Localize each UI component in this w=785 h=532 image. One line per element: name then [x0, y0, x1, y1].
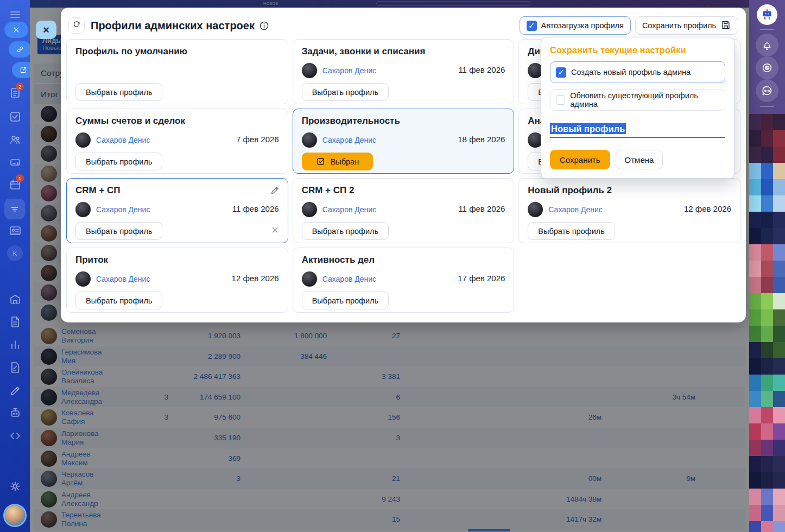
modal-close-button[interactable]: ✕: [36, 21, 56, 39]
sidebar-item-file-edit[interactable]: [8, 360, 22, 375]
mosaic-pixel: [761, 326, 773, 342]
mosaic-pixel: [761, 147, 773, 163]
save-profile-button[interactable]: Сохранить профиль: [635, 16, 738, 35]
mosaic-pixel: [761, 130, 773, 147]
mosaic-pixel: [761, 440, 773, 456]
mosaic-pixel: [773, 228, 785, 244]
mosaic-pixel: [773, 114, 785, 130]
mosaic-pixel: [749, 326, 761, 342]
profile-date: 17 фев 2026: [458, 274, 505, 283]
select-profile-button[interactable]: Выбрать профиль: [75, 222, 162, 240]
sidebar-item-id-card[interactable]: [8, 224, 22, 238]
sidebar-pill-link[interactable]: [9, 41, 30, 58]
profile-author-link[interactable]: Сахаров Денис: [96, 205, 150, 214]
select-profile-button[interactable]: Выбрать профиль: [302, 222, 389, 240]
profile-author-link[interactable]: Сахаров Денис: [322, 205, 376, 214]
popup-save-button[interactable]: Сохранить: [550, 150, 610, 169]
mosaic-pixel: [749, 277, 761, 293]
profile-card: Суммы счетов и сделокСахаров Денис7 фев …: [66, 109, 288, 174]
select-profile-button[interactable]: Выбрать профиль: [302, 83, 389, 101]
mosaic-pixel: [773, 309, 785, 326]
divider: [760, 29, 774, 30]
autoload-profile-toggle[interactable]: ✓ Автозагрузка профиля: [520, 16, 631, 35]
save-settings-popup: Сохранить текущие настройки ✓ Создать но…: [541, 37, 735, 179]
mosaic-pixel: [773, 277, 785, 293]
mosaic-pixel: [773, 212, 785, 228]
sidebar-item-pencil[interactable]: [8, 384, 22, 398]
profile-author-link[interactable]: Сахаров Денис: [322, 136, 376, 144]
profile-date: 18 фев 2026: [458, 135, 505, 144]
sidebar-item-robot[interactable]: [8, 406, 22, 420]
profile-author-link[interactable]: Сахаров Денис: [548, 205, 602, 214]
sidebar-item-code[interactable]: [8, 429, 22, 443]
profile-selected-button[interactable]: Выбран: [302, 153, 373, 170]
update-existing-profile-option[interactable]: Обновить существующий профиль админа: [550, 89, 725, 111]
rail-button-notifications-bell[interactable]: [756, 34, 778, 56]
floppy-icon: [720, 20, 731, 32]
sidebar-pill-close[interactable]: [4, 22, 28, 38]
sidebar-item-home-box[interactable]: [8, 292, 22, 306]
filter-icon: [9, 203, 21, 215]
profile-author-link[interactable]: Сахаров Денис: [322, 66, 376, 75]
autoload-label: Автозагрузка профиля: [541, 21, 624, 30]
avatar: [302, 63, 317, 78]
sidebar-item-menu[interactable]: [8, 8, 22, 22]
popup-cancel-button[interactable]: Отмена: [616, 150, 663, 169]
profile-name-input[interactable]: Новый профиль: [550, 124, 725, 138]
profile-date: 12 фев 2026: [232, 274, 279, 283]
select-profile-button[interactable]: Выбрать профиль: [528, 222, 615, 240]
rail-button-chat-sync[interactable]: [756, 79, 778, 102]
create-new-profile-option[interactable]: ✓ Создать новый профиль админа: [550, 61, 725, 83]
mosaic-pixel: [761, 212, 773, 228]
sidebar-item-bar-chart[interactable]: [8, 338, 22, 352]
refresh-button[interactable]: [68, 17, 85, 34]
popup-title: Сохранить текущие настройки: [550, 45, 725, 55]
edit-profile-icon[interactable]: [270, 185, 280, 195]
rail-button-copilot-disc[interactable]: [756, 56, 778, 79]
profile-card-title: CRM + СП: [75, 185, 279, 196]
avatar: [75, 271, 91, 287]
select-profile-button[interactable]: Выбрать профиль: [75, 292, 162, 309]
sidebar-item-server[interactable]: [8, 155, 22, 169]
sidebar-pill-external-link[interactable]: [12, 62, 30, 78]
badge-document-lines: 2: [16, 83, 24, 91]
mosaic-pixel: [773, 472, 785, 489]
mosaic-pixel: [749, 179, 761, 195]
profile-author-link[interactable]: Сахаров Денис: [96, 275, 150, 283]
sidebar-item-file[interactable]: [8, 315, 22, 329]
mosaic-pixel: [749, 375, 761, 391]
mosaic-pixel: [773, 342, 785, 358]
mosaic-pixel: [761, 521, 773, 532]
mosaic-pixel: [773, 375, 785, 391]
info-icon[interactable]: [259, 21, 269, 31]
profile-author-link[interactable]: Сахаров Денис: [96, 136, 150, 144]
mosaic-pixel: [773, 195, 785, 212]
selected-button-label: Выбран: [331, 157, 359, 166]
checkbox-checked-icon: [316, 157, 326, 167]
mosaic-pixel: [773, 179, 785, 195]
app-window: НОВОЕ Лиды Новые Сотру Итог СеменоваВикт…: [0, 0, 785, 532]
select-profile-button[interactable]: Выбрать профиль: [302, 292, 389, 309]
sidebar-item-people[interactable]: [8, 132, 22, 147]
mosaic-pixel: [761, 407, 773, 423]
left-sidebar: 21K: [0, 0, 30, 532]
sidebar-item-filter[interactable]: [4, 199, 25, 219]
letter-k-icon[interactable]: K: [7, 245, 23, 261]
profile-author-link[interactable]: Сахаров Денис: [322, 275, 376, 283]
profile-card-title: Задачи, звонки и списания: [302, 46, 505, 57]
avatar: [302, 271, 317, 287]
assistant-robot-logo[interactable]: [757, 4, 777, 25]
select-profile-button[interactable]: Выбрать профиль: [75, 83, 162, 101]
sidebar-item-check-square[interactable]: [8, 110, 22, 124]
user-avatar[interactable]: [5, 505, 25, 525]
mosaic-pixel: [749, 130, 761, 147]
delete-profile-icon[interactable]: ✕: [271, 225, 278, 236]
mosaic-pixel: [749, 114, 761, 130]
profile-card: CRM + СПСахаров Денис11 фев 2026Выбрать …: [66, 178, 288, 243]
update-option-label: Обновить существующий профиль админа: [570, 91, 719, 109]
select-profile-button[interactable]: Выбрать профиль: [75, 153, 162, 170]
sidebar-item-gear[interactable]: [8, 479, 22, 493]
external-link-icon: [19, 66, 28, 74]
mosaic-pixel: [761, 195, 773, 212]
mosaic-pixel: [761, 489, 773, 505]
